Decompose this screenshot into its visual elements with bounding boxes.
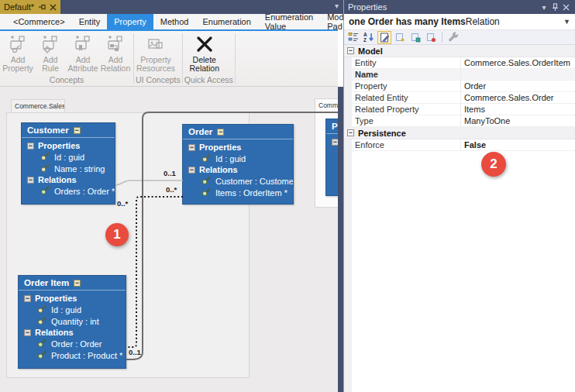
- ribbon-tab-enumeration-value[interactable]: Enumeration Value: [258, 14, 320, 29]
- object-selector-combobox[interactable]: one Order has many Items Relation ▼: [344, 14, 575, 30]
- member-items-orderitem[interactable]: Items : OrderItem *: [183, 187, 293, 198]
- collapse-icon[interactable]: −: [74, 127, 81, 134]
- property-value[interactable]: Commerce.Sales.OrderItem: [461, 57, 575, 68]
- ribbon-group-label: UI Concepts: [136, 74, 181, 86]
- section-relations[interactable]: −Relations: [22, 174, 115, 185]
- collapse-icon[interactable]: −: [347, 129, 354, 136]
- section-properties[interactable]: −Properties: [183, 142, 293, 153]
- section-properties[interactable]: −Properties: [19, 293, 126, 304]
- grid-category-persistence[interactable]: −Persistence: [344, 127, 575, 139]
- relation-key-icon: [37, 338, 47, 349]
- properties-title-bar[interactable]: Properties ▾: [344, 0, 575, 14]
- entity-order-item[interactable]: Order Item−−PropertiesId : guidQuantity …: [18, 275, 126, 369]
- member-id-guid[interactable]: Id : guid: [22, 151, 115, 163]
- add-property-icon: [8, 34, 28, 54]
- member-customer-customer[interactable]: Customer : Customer: [183, 175, 293, 187]
- categorized-icon[interactable]: [346, 31, 360, 44]
- property-value[interactable]: ManyToOne: [461, 115, 575, 126]
- collapse-icon[interactable]: −: [27, 177, 34, 184]
- member-name-string[interactable]: Name : string: [22, 163, 115, 174]
- multiplicity-label: 0..1: [129, 348, 141, 356]
- grid-margin-strip: [344, 92, 352, 103]
- add-attribute-button[interactable]: AddAttribute: [67, 33, 99, 73]
- multiplicity-label: 0..1: [164, 169, 176, 177]
- add-rule-button[interactable]: AddRule: [34, 33, 67, 73]
- entity-header[interactable]: Customer−: [22, 123, 115, 138]
- ribbon-tab-enumeration[interactable]: Enumeration: [195, 14, 257, 29]
- property-resources-button[interactable]: PropertyResources: [136, 33, 176, 73]
- collapse-icon[interactable]: −: [24, 329, 31, 336]
- button-label: AddProperty: [2, 56, 33, 73]
- property-key-icon: [37, 315, 47, 327]
- page-delete-icon[interactable]: [424, 31, 438, 44]
- member-label: Product : Product *: [51, 351, 122, 360]
- member-label: Customer : Customer: [215, 177, 294, 186]
- grid-row-name: Name: [344, 69, 575, 81]
- property-value[interactable]: Items: [461, 104, 575, 115]
- collapse-icon[interactable]: −: [24, 295, 31, 302]
- entity-customer[interactable]: Customer−−PropertiesId : guidName : stri…: [21, 122, 115, 205]
- member-quantity-int[interactable]: Quantity : int: [19, 315, 126, 327]
- page-edit-icon[interactable]: [377, 31, 391, 44]
- collapse-icon[interactable]: −: [217, 129, 224, 136]
- ribbon-tab-method[interactable]: Method: [153, 14, 196, 29]
- delete-relation-button[interactable]: DeleteRelation: [184, 33, 225, 73]
- section-relations[interactable]: −Relations: [19, 327, 126, 338]
- document-tab-label: Default*: [4, 2, 34, 12]
- member-product-product[interactable]: Product : Product *: [19, 349, 126, 361]
- diagram-group-tab-commerce-sales[interactable]: Commerce.Sales: [11, 99, 65, 113]
- ribbon-tab-commerce[interactable]: <Commerce>: [6, 14, 72, 29]
- ribbon-tab-property[interactable]: Property: [107, 14, 153, 29]
- collapse-icon[interactable]: −: [74, 280, 81, 287]
- panel-splitter[interactable]: [338, 87, 343, 392]
- chevron-down-icon[interactable]: ▾: [335, 2, 339, 10]
- entity-body: −PropertiesId : guidName : string−Relati…: [22, 138, 115, 197]
- property-value[interactable]: Order: [461, 81, 575, 91]
- entity-order[interactable]: Order−−PropertiesId : guid−RelationsCust…: [182, 124, 294, 205]
- property-value[interactable]: [461, 69, 575, 80]
- member-label: Name : string: [54, 164, 105, 174]
- member-id-guid[interactable]: Id : guid: [19, 304, 126, 315]
- grid-row-entity: EntityCommerce.Sales.OrderItem: [344, 57, 575, 69]
- pin-icon[interactable]: [549, 2, 560, 12]
- pin-icon[interactable]: [38, 3, 46, 12]
- collapse-icon[interactable]: −: [347, 47, 354, 54]
- entity-header[interactable]: Order Item−: [19, 276, 126, 291]
- collapse-icon[interactable]: −: [188, 167, 195, 174]
- svg-text:A: A: [363, 32, 367, 37]
- grid-row-property: PropertyOrder: [344, 81, 575, 92]
- relation-key-icon: [40, 185, 50, 197]
- selected-object-type: Relation: [466, 16, 500, 27]
- entity-header[interactable]: Order−: [183, 125, 293, 139]
- member-label: Id : guid: [51, 305, 81, 315]
- add-property-button[interactable]: AddProperty: [2, 33, 34, 73]
- chevron-down-icon: ▼: [563, 18, 570, 26]
- page-add-icon[interactable]: [393, 31, 407, 44]
- wrench-icon[interactable]: [446, 31, 460, 44]
- section-properties[interactable]: −Properties: [22, 140, 115, 151]
- ribbon-group-label: Concepts: [2, 74, 132, 86]
- member-order-order[interactable]: Order : Order: [19, 338, 126, 349]
- member-id-guid[interactable]: Id : guid: [183, 153, 293, 164]
- entity-name: Order Item: [24, 278, 69, 287]
- property-value[interactable]: False: [461, 139, 575, 150]
- property-key-icon: [201, 153, 212, 164]
- close-icon[interactable]: [50, 3, 57, 12]
- grid-row-enforce: EnforceFalse: [344, 139, 575, 151]
- add-relation-button[interactable]: AddRelation: [99, 33, 132, 73]
- section-relations[interactable]: −Relations: [183, 164, 293, 175]
- grid-category-model[interactable]: −Model: [344, 45, 575, 57]
- property-value[interactable]: Commerce.Sales.Order: [461, 92, 575, 103]
- section-label: Relations: [199, 165, 238, 174]
- diagram-group-tab-2[interactable]: Comme: [315, 98, 338, 113]
- collapse-icon[interactable]: −: [188, 144, 195, 151]
- collapse-icon[interactable]: −: [27, 143, 34, 150]
- close-icon[interactable]: [560, 2, 571, 12]
- page-link-icon[interactable]: [408, 31, 422, 44]
- document-tab-default[interactable]: Default*: [0, 0, 60, 14]
- ribbon-tab-entity[interactable]: Entity: [72, 14, 108, 29]
- member-orders-order[interactable]: Orders : Order *: [22, 185, 115, 197]
- button-label: AddRule: [42, 56, 59, 73]
- chevron-down-icon[interactable]: ▾: [539, 2, 549, 12]
- sort-alphabetical-icon[interactable]: AZ: [362, 31, 376, 44]
